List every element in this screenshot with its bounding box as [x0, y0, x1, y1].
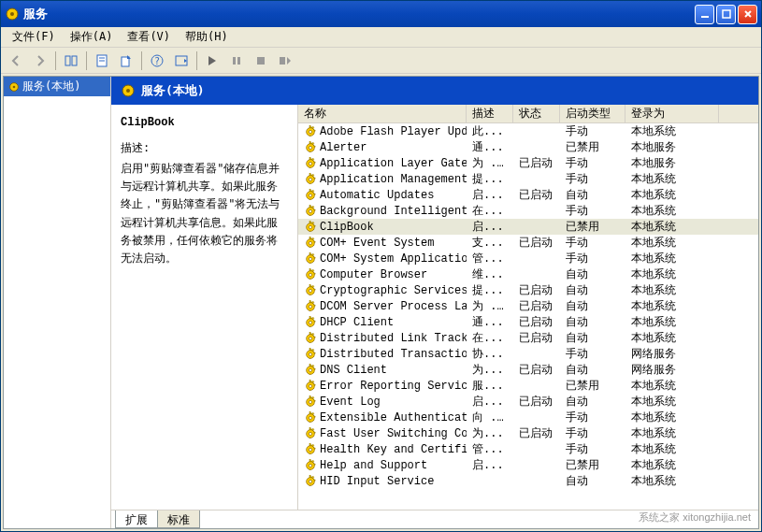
- service-icon: [304, 411, 317, 424]
- service-row[interactable]: Adobe Flash Player Updat...此...手动本地系统: [298, 123, 758, 139]
- service-name-cell: Automatic Updates: [298, 189, 467, 202]
- window-title: 服务: [23, 6, 695, 22]
- minimize-button[interactable]: [695, 5, 714, 24]
- tab-extended[interactable]: 扩展: [115, 510, 158, 528]
- service-startup-cell: 已禁用: [560, 378, 625, 394]
- svg-rect-3: [723, 10, 730, 18]
- service-logon-cell: 网络服务: [625, 346, 719, 362]
- service-logon-cell: 本地服务: [625, 139, 719, 155]
- service-name-cell: Health Key and Certifica...: [298, 443, 467, 456]
- service-row[interactable]: Background Intelligent T...在...手动本地系统: [298, 203, 758, 219]
- toolbar: ?: [1, 48, 761, 74]
- close-button[interactable]: [738, 5, 757, 24]
- refresh-button[interactable]: [170, 50, 193, 72]
- menu-action[interactable]: 操作(A): [63, 27, 121, 47]
- service-row[interactable]: Cryptographic Services提...已启动自动本地系统: [298, 282, 758, 298]
- service-icon: [304, 189, 317, 202]
- titlebar[interactable]: 服务: [1, 1, 761, 27]
- svg-point-22: [309, 130, 311, 133]
- maximize-button[interactable]: [716, 5, 736, 24]
- export-button[interactable]: [115, 50, 137, 72]
- svg-rect-13: [233, 57, 236, 65]
- back-button: [5, 50, 27, 72]
- tab-standard[interactable]: 标准: [157, 510, 200, 528]
- tree-root-item[interactable]: 服务(本地): [4, 77, 110, 96]
- svg-point-52: [309, 368, 311, 371]
- svg-point-46: [309, 321, 311, 324]
- service-row[interactable]: Computer Browser维...自动本地系统: [298, 266, 758, 282]
- service-name-cell: Event Log: [298, 395, 467, 409]
- service-desc-cell: 管...: [467, 251, 513, 266]
- service-logon-cell: 网络服务: [625, 362, 719, 378]
- tree-root-label: 服务(本地): [22, 79, 80, 94]
- service-row[interactable]: Event Log启...已启动自动本地系统: [298, 394, 758, 410]
- svg-rect-15: [257, 57, 265, 65]
- forward-button: [29, 50, 51, 72]
- service-row[interactable]: Extensible Authenticatio...向 ...手动本地系统: [298, 410, 758, 425]
- service-row[interactable]: Application Management提...手动本地系统: [298, 171, 758, 187]
- service-icon: [304, 221, 317, 234]
- service-row[interactable]: Application Layer Gatewa...为 ...已启动手动本地服…: [298, 155, 758, 171]
- show-hide-tree-button[interactable]: [60, 50, 82, 72]
- service-icon: [304, 268, 317, 281]
- service-row[interactable]: Distributed Transaction ...协...手动网络服务: [298, 346, 758, 362]
- service-row[interactable]: DHCP Client通...已启动自动本地系统: [298, 314, 758, 330]
- service-row[interactable]: Help and Support启...已禁用本地系统: [298, 457, 758, 473]
- pause-service-button: [225, 50, 248, 72]
- service-logon-cell: 本地系统: [625, 314, 719, 330]
- tab-strip: 扩展 标准: [111, 510, 758, 528]
- service-name-cell: Application Management: [298, 173, 467, 186]
- column-header-name[interactable]: 名称: [298, 105, 467, 122]
- svg-point-1: [10, 12, 14, 16]
- service-logon-cell: 本地系统: [625, 441, 719, 457]
- service-row[interactable]: DCOM Server Process Laun...为 ...已启动自动本地系…: [298, 298, 758, 314]
- column-header-status[interactable]: 状态: [513, 105, 560, 122]
- service-row[interactable]: Fast User Switching Comp...为...已启动手动本地系统: [298, 425, 758, 441]
- service-row[interactable]: HID Input Service自动本地系统: [298, 473, 758, 489]
- service-name-cell: ClipBook: [298, 221, 467, 234]
- toolbar-separator: [55, 51, 56, 70]
- column-header-logon[interactable]: 登录为: [625, 105, 719, 122]
- column-header-description[interactable]: 描述: [467, 105, 513, 122]
- service-icon: [304, 284, 317, 297]
- menu-help[interactable]: 帮助(H): [178, 27, 236, 47]
- service-row[interactable]: DNS Client为...已启动自动网络服务: [298, 362, 758, 378]
- service-row[interactable]: COM+ Event System支...已启动手动本地系统: [298, 235, 758, 251]
- properties-button[interactable]: [91, 50, 113, 72]
- window-frame: 服务 文件(F) 操作(A) 查看(V) 帮助(H) ?: [0, 0, 762, 532]
- service-logon-cell: 本地系统: [625, 410, 719, 425]
- service-icon: [304, 237, 317, 250]
- stop-service-button: [250, 50, 272, 72]
- service-row[interactable]: Alerter通...已禁用本地服务: [298, 139, 758, 155]
- start-service-button[interactable]: [201, 50, 223, 72]
- menu-view[interactable]: 查看(V): [120, 27, 178, 47]
- service-row[interactable]: Error Reporting Service服...已禁用本地系统: [298, 378, 758, 394]
- service-startup-cell: 自动: [560, 362, 625, 378]
- service-desc-cell: 启...: [467, 219, 513, 235]
- service-row[interactable]: Health Key and Certifica...管...手动本地系统: [298, 441, 758, 457]
- service-state-cell: 已启动: [513, 314, 560, 330]
- selected-service-name: ClipBook: [121, 116, 288, 129]
- column-header-startup[interactable]: 启动类型: [560, 105, 625, 122]
- service-row[interactable]: Distributed Link Trackin...在...已启动自动本地系统: [298, 330, 758, 346]
- service-desc-cell: 向 ...: [467, 410, 513, 425]
- service-name-cell: Help and Support: [298, 459, 467, 472]
- detail-pane: ClipBook 描述: 启用"剪贴簿查看器"储存信息并与远程计算机共享。如果此…: [111, 105, 298, 510]
- service-row[interactable]: ClipBook启...已禁用本地系统: [298, 219, 758, 235]
- service-logon-cell: 本地系统: [625, 123, 719, 139]
- service-state-cell: 已启动: [513, 235, 560, 251]
- service-row[interactable]: COM+ System Application管...手动本地系统: [298, 251, 758, 266]
- menu-file[interactable]: 文件(F): [5, 27, 63, 47]
- service-startup-cell: 自动: [560, 266, 625, 282]
- service-desc-cell: 启...: [467, 394, 513, 410]
- help-button[interactable]: ?: [146, 50, 168, 72]
- service-logon-cell: 本地系统: [625, 394, 719, 410]
- service-icon: [304, 252, 317, 266]
- svg-point-38: [309, 257, 311, 260]
- service-row[interactable]: Automatic Updates启...已启动自动本地系统: [298, 187, 758, 203]
- service-icon: [304, 173, 317, 186]
- service-startup-cell: 已禁用: [560, 139, 625, 155]
- tree-pane[interactable]: 服务(本地): [4, 77, 111, 528]
- service-startup-cell: 手动: [560, 425, 625, 441]
- list-body[interactable]: Adobe Flash Player Updat...此...手动本地系统Ale…: [298, 123, 758, 510]
